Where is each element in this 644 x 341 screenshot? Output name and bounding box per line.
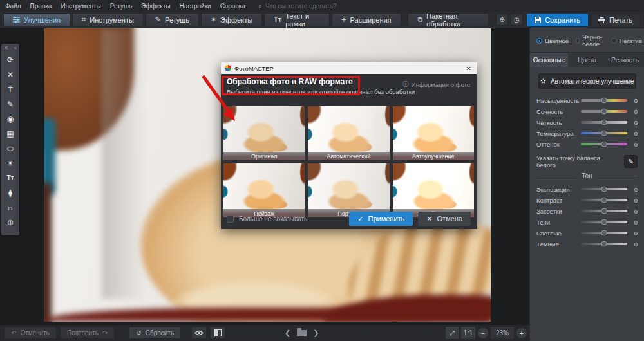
tab-effects[interactable]: ✶ Эффекты <box>201 13 262 26</box>
preset-add-button[interactable]: ⊕ <box>496 14 509 26</box>
temperature-slider[interactable] <box>581 132 627 134</box>
blacks-slider[interactable] <box>581 243 627 245</box>
menu-settings[interactable]: Настройки <box>180 3 211 10</box>
search-box[interactable]: ⌕ Что вы хотите сделать? <box>258 2 337 10</box>
radial-filter-icon[interactable]: ◉ <box>4 114 17 124</box>
print-button[interactable]: Печать <box>590 14 641 26</box>
photo-info-label: Информация о фото <box>412 81 470 88</box>
palette-close-icon[interactable]: ✕ <box>4 45 8 51</box>
fit-to-screen-icon[interactable]: ⤢ <box>446 327 459 339</box>
split-compare-icon <box>214 329 222 336</box>
contrast-slider[interactable] <box>581 199 627 201</box>
mode-negative[interactable]: Негатив <box>611 37 642 44</box>
slider-row-vibrance: Сочность 0 <box>536 106 638 116</box>
preset-automatic[interactable]: Автоматический <box>308 106 389 160</box>
dont-show-checkbox[interactable] <box>227 216 234 223</box>
slider-row-temperature: Температура 0 <box>536 128 638 138</box>
undo-button[interactable]: ↶ Отменить <box>4 327 57 339</box>
graduated-filter-icon[interactable]: ▦ <box>4 129 17 139</box>
slider-row-contrast: Контраст 0 <box>536 195 638 205</box>
undo-icon: ↶ <box>11 329 16 336</box>
menu-effects[interactable]: Эффекты <box>141 3 170 10</box>
slider-knob[interactable] <box>601 187 607 192</box>
menu-edit[interactable]: Правка <box>30 3 52 10</box>
menu-bar: Файл Правка Инструменты Ретушь Эффекты Н… <box>0 0 644 12</box>
mode-color[interactable]: Цветное <box>536 37 569 44</box>
tab-text-frames-label: Текст и рамки <box>285 12 320 28</box>
saturation-slider[interactable] <box>581 99 627 102</box>
photo-info-button[interactable]: ⓘ Информация о фото <box>402 80 470 89</box>
menu-file[interactable]: Файл <box>5 3 21 10</box>
slider-knob[interactable] <box>601 219 607 225</box>
slider-row-whites: Светлые 0 <box>536 228 638 238</box>
vignette-icon[interactable]: ⬭ <box>4 143 17 154</box>
auto-enhance-button[interactable]: ✫ Автоматическое улучшение <box>538 73 636 89</box>
shadows-slider[interactable] <box>581 221 627 223</box>
slider-knob[interactable] <box>601 109 607 115</box>
slider-knob[interactable] <box>601 208 607 214</box>
folder-icon[interactable] <box>297 330 307 336</box>
photomaster-logo-icon <box>225 65 231 71</box>
magic-wand-icon: ✶ <box>211 16 216 23</box>
crop-icon: ⌗ <box>82 16 86 23</box>
vibrance-slider[interactable] <box>581 110 627 113</box>
tab-sharpness[interactable]: Резкость <box>606 53 644 67</box>
dialog-titlebar[interactable]: ФотоМАСТЕР ✕ <box>221 62 477 74</box>
tab-tools[interactable]: ⌗ Инструменты <box>72 13 144 26</box>
slider-knob[interactable] <box>601 98 607 104</box>
slider-knob[interactable] <box>601 198 607 203</box>
white-balance-picker-button[interactable]: ✎ <box>624 155 638 168</box>
preset-recent-button[interactable]: ◷ <box>510 14 523 26</box>
reset-button[interactable]: ↺ Сбросить <box>129 327 181 339</box>
lens-globe-icon[interactable]: ⊕ <box>4 217 17 228</box>
apply-button[interactable]: ✓ Применить <box>349 212 413 226</box>
clone-stamp-icon[interactable]: ⍑ <box>4 84 17 95</box>
tab-basic[interactable]: Основные <box>530 53 568 67</box>
whites-slider[interactable] <box>581 232 627 234</box>
menu-tools[interactable]: Инструменты <box>61 3 100 10</box>
slider-knob[interactable] <box>601 131 607 136</box>
tab-text-frames[interactable]: Tт Текст и рамки <box>264 13 330 26</box>
slider-knob[interactable] <box>601 241 607 247</box>
redo-button[interactable]: Повторить ↷ <box>60 327 115 339</box>
preview-original-button[interactable] <box>191 327 207 339</box>
batch-processing-button[interactable]: ⧉ Пакетная обработка <box>408 13 488 26</box>
zoom-one-to-one-button[interactable]: 1:1 <box>461 327 475 339</box>
slider-knob[interactable] <box>601 230 607 236</box>
tint-slider[interactable] <box>581 143 627 145</box>
preset-original[interactable]: Оригинал <box>223 106 305 160</box>
before-after-button[interactable] <box>210 327 225 339</box>
dialog-close-icon[interactable]: ✕ <box>465 65 473 72</box>
reset-label: Сбросить <box>146 329 174 336</box>
tab-extensions[interactable]: + Расширения <box>332 13 401 26</box>
save-button[interactable]: Сохранить <box>527 14 588 26</box>
preset-autoenhance[interactable]: Автоулучшение <box>393 106 474 160</box>
tab-colors[interactable]: Цвета <box>568 53 606 67</box>
batch-processing-label: Пакетная обработка <box>426 12 479 28</box>
relight-sun-icon[interactable]: ☀ <box>4 158 17 169</box>
tab-enhancements[interactable]: Улучшения <box>3 13 70 26</box>
tool-palette: ✕ « ⟳ ✕ ⍑ ✎ ◉ ▦ ⬭ ☀ Tт ⧫ ∩ ⊕ <box>1 44 19 235</box>
next-photo-icon[interactable]: ❯ <box>310 327 321 338</box>
tab-retouch[interactable]: ✎ Ретушь <box>146 13 199 26</box>
fill-bucket-icon[interactable]: ⧫ <box>4 188 17 198</box>
text-tool-icon[interactable]: Tт <box>4 173 17 183</box>
mode-bw[interactable]: Черно-белое <box>576 33 604 48</box>
palette-collapse-icon[interactable]: « <box>14 45 17 51</box>
highlights-slider[interactable] <box>581 210 627 212</box>
menu-help[interactable]: Справка <box>220 3 245 10</box>
menu-retouch[interactable]: Ретушь <box>110 3 132 10</box>
exposure-slider[interactable] <box>581 188 627 190</box>
adjustment-brush-icon[interactable]: ✎ <box>4 99 17 109</box>
clarity-slider[interactable] <box>581 121 627 124</box>
zoom-out-icon[interactable]: − <box>478 328 488 338</box>
magnet-curves-icon[interactable]: ∩ <box>4 203 17 213</box>
healing-patch-icon[interactable]: ✕ <box>4 69 17 80</box>
crop-rotate-icon[interactable]: ⟳ <box>4 55 17 65</box>
cancel-button[interactable]: ✕ Отмена <box>418 212 471 226</box>
prev-photo-icon[interactable]: ❮ <box>282 327 293 338</box>
tab-extensions-label: Расширения <box>350 16 392 24</box>
zoom-in-icon[interactable]: + <box>516 328 527 338</box>
slider-knob[interactable] <box>601 120 607 125</box>
slider-knob[interactable] <box>601 142 607 147</box>
